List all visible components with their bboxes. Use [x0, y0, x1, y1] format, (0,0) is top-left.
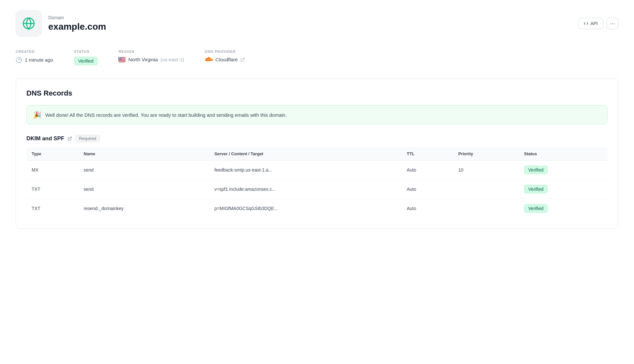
svg-point-16	[120, 57, 120, 58]
dkim-spf-title: DKIM and SPF	[26, 135, 64, 142]
api-button[interactable]: API	[578, 18, 603, 29]
region-meta: REGION	[118, 50, 184, 62]
status-badge: Verified	[524, 166, 548, 174]
row-name: send	[79, 180, 209, 199]
dns-provider-meta: DNS PROVIDER Cloudflare	[205, 50, 245, 62]
meta-row: CREATED 🕐 1 minute ago STATUS Verified R…	[16, 50, 618, 65]
status-badge: Verified	[524, 204, 548, 213]
row-type: TXT	[26, 199, 79, 218]
col-ttl: TTL	[401, 147, 453, 160]
col-server: Server / Content / Target	[209, 147, 401, 160]
svg-point-34	[120, 59, 120, 59]
svg-point-29	[119, 59, 120, 59]
svg-point-31	[120, 59, 121, 59]
svg-point-33	[119, 59, 119, 59]
dkim-spf-header: DKIM and SPF Required	[26, 135, 608, 142]
row-status: Verified	[519, 180, 608, 199]
svg-point-35	[120, 59, 120, 59]
svg-point-20	[119, 58, 120, 58]
svg-point-18	[121, 57, 121, 58]
dns-provider-label: DNS PROVIDER	[205, 50, 245, 53]
row-ttl: Auto	[401, 180, 453, 199]
row-ttl: Auto	[401, 199, 453, 218]
svg-point-28	[119, 59, 119, 59]
svg-point-17	[120, 57, 120, 58]
cloudflare-icon	[205, 57, 213, 62]
svg-point-24	[119, 58, 119, 59]
status-badge: Verified	[524, 185, 548, 193]
status-label: STATUS	[74, 50, 98, 53]
svg-point-26	[120, 58, 120, 59]
status-value: Verified	[74, 57, 98, 65]
svg-point-21	[120, 58, 120, 58]
created-label: CREATED	[16, 50, 53, 53]
created-value: 🕐 1 minute ago	[16, 57, 53, 63]
domain-info: Domain example.com	[48, 15, 106, 32]
row-name: send	[79, 160, 209, 180]
status-meta: STATUS Verified	[74, 50, 98, 65]
svg-rect-6	[118, 60, 126, 60]
table-body: MXsendfeedback-smtp.us-east-1.a...Auto10…	[26, 160, 608, 218]
region-label: REGION	[118, 50, 184, 53]
svg-point-23	[121, 58, 121, 58]
row-status: Verified	[519, 199, 608, 218]
dns-provider-value: Cloudflare	[205, 57, 245, 62]
row-type: TXT	[26, 180, 79, 199]
svg-point-37	[210, 59, 213, 61]
more-options-button[interactable]: ···	[607, 18, 618, 29]
domain-label: Domain	[48, 15, 106, 20]
clock-icon: 🕐	[16, 57, 22, 63]
svg-point-27	[121, 58, 121, 59]
svg-rect-7	[118, 61, 126, 61]
required-badge: Required	[75, 135, 100, 142]
us-flag-icon	[118, 57, 126, 62]
svg-point-14	[121, 57, 121, 57]
dkim-external-link-icon[interactable]	[68, 136, 72, 141]
svg-point-22	[120, 58, 121, 58]
table-header: Type Name Server / Content / Target TTL …	[26, 147, 608, 160]
col-priority: Priority	[453, 147, 519, 160]
code-icon	[584, 21, 588, 26]
table-row: TXTsendv=spf1 include:amazonses.c...Auto…	[26, 180, 608, 199]
svg-point-32	[121, 59, 121, 59]
svg-point-11	[119, 57, 120, 57]
cloudflare-external-link-icon	[240, 57, 245, 62]
table-row: MXsendfeedback-smtp.us-east-1.a...Auto10…	[26, 160, 608, 180]
dns-table: Type Name Server / Content / Target TTL …	[26, 147, 608, 218]
svg-point-36	[121, 59, 121, 59]
svg-line-39	[69, 137, 71, 139]
success-banner: 🎉 Well done! All the DNS records are ver…	[26, 105, 608, 124]
row-name: resend._domainkey	[79, 199, 209, 218]
svg-point-15	[119, 57, 119, 58]
row-priority	[453, 199, 519, 218]
row-priority	[453, 180, 519, 199]
row-server: v=spf1 include:amazonses.c...	[209, 180, 401, 199]
domain-icon	[16, 10, 42, 37]
row-priority: 10	[453, 160, 519, 180]
celebration-icon: 🎉	[33, 111, 41, 119]
svg-rect-8	[118, 61, 126, 62]
col-type: Type	[26, 147, 79, 160]
col-status: Status	[519, 147, 608, 160]
domain-name: example.com	[48, 22, 106, 32]
success-banner-text: Well done! All the DNS records are verif…	[45, 112, 287, 118]
row-server: p=MIGfMA0GCSqGSIb3DQE...	[209, 199, 401, 218]
dns-records-title: DNS Records	[26, 89, 608, 98]
status-badge: Verified	[74, 57, 98, 65]
svg-point-13	[120, 57, 121, 57]
header-actions: API ···	[578, 18, 618, 29]
row-status: Verified	[519, 160, 608, 180]
svg-point-25	[120, 58, 120, 59]
svg-point-19	[119, 58, 119, 58]
svg-point-30	[120, 59, 120, 59]
header-left: Domain example.com	[16, 10, 106, 37]
created-meta: CREATED 🕐 1 minute ago	[16, 50, 53, 63]
region-value: North Virginia (us-east-1)	[118, 57, 184, 62]
row-server: feedback-smtp.us-east-1.a...	[209, 160, 401, 180]
svg-point-12	[120, 57, 120, 57]
page-header: Domain example.com API ···	[16, 10, 618, 37]
row-type: MX	[26, 160, 79, 180]
dns-records-section: DNS Records 🎉 Well done! All the DNS rec…	[16, 78, 618, 229]
svg-point-10	[119, 57, 119, 57]
table-row: TXTresend._domainkeyp=MIGfMA0GCSqGSIb3DQ…	[26, 199, 608, 218]
